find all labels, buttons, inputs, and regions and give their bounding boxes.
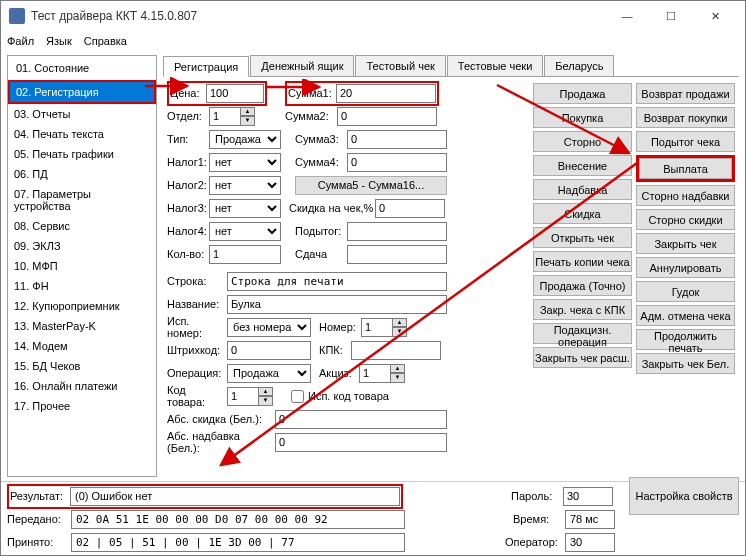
time-value: 78 мс	[565, 510, 615, 529]
btn-surcharge[interactable]: Надбавка	[533, 179, 632, 200]
settings-button[interactable]: Настройка свойств	[629, 477, 739, 515]
pass-input[interactable]	[563, 487, 613, 506]
btn-admin-cancel[interactable]: Адм. отмена чека	[636, 305, 735, 326]
tax1-select[interactable]: нет	[209, 153, 281, 172]
menu-help[interactable]: Справка	[84, 35, 127, 47]
tax4-select[interactable]: нет	[209, 222, 281, 241]
kpk-input[interactable]	[351, 341, 441, 360]
sidebar-item-state[interactable]: 01. Состояние	[10, 58, 154, 78]
sum5-16-button[interactable]: Сумма5 - Сумма16...	[295, 176, 447, 195]
sum3-label: Сумма3:	[295, 133, 347, 145]
btn-buy-return[interactable]: Возврат покупки	[636, 107, 735, 128]
tab-test-receipt[interactable]: Тестовый чек	[355, 55, 445, 76]
sidebar-item-device-params[interactable]: 07. Параметры устройства	[8, 184, 156, 216]
execnum-select[interactable]: без номера	[227, 318, 311, 337]
btn-continue-print[interactable]: Продолжить печать	[636, 329, 735, 350]
pass-label: Пароль:	[511, 490, 559, 502]
tab-test-receipts[interactable]: Тестовые чеки	[447, 55, 543, 76]
sent-label: Передано:	[7, 513, 67, 525]
menu-file[interactable]: Файл	[7, 35, 34, 47]
num-stepper[interactable]: ▲▼	[361, 318, 407, 337]
sum4-input[interactable]	[347, 153, 447, 172]
name-input[interactable]	[227, 295, 447, 314]
btn-cancel[interactable]: Аннулировать	[636, 257, 735, 278]
sum4-label: Сумма4:	[295, 156, 347, 168]
tax3-label: Налог3:	[167, 202, 209, 214]
sidebar-item-print-text[interactable]: 04. Печать текста	[8, 124, 156, 144]
btn-storno-discount[interactable]: Сторно скидки	[636, 209, 735, 230]
sidebar-item-bill-acceptor[interactable]: 12. Купюроприемник	[8, 296, 156, 316]
close-button[interactable]: ✕	[693, 1, 737, 31]
sidebar-item-pd[interactable]: 06. ПД	[8, 164, 156, 184]
maximize-button[interactable]: ☐	[649, 1, 693, 31]
price-input[interactable]	[206, 84, 264, 103]
sidebar-item-masterpay[interactable]: 13. MasterPay-K	[8, 316, 156, 336]
btn-deposit[interactable]: Внесение	[533, 155, 632, 176]
dept-stepper[interactable]: ▲▼	[209, 107, 255, 126]
sidebar-item-other[interactable]: 17. Прочее	[8, 396, 156, 416]
change-input[interactable]	[347, 245, 447, 264]
btn-sale-return[interactable]: Возврат продажи	[636, 83, 735, 104]
sidebar: 01. Состояние 02. Регистрация 03. Отчеты…	[7, 55, 157, 477]
qty-input[interactable]	[209, 245, 281, 264]
line-input[interactable]	[227, 272, 447, 291]
sum2-label: Сумма2:	[285, 110, 337, 122]
recv-label: Принято:	[7, 536, 67, 548]
btn-storno-surcharge[interactable]: Сторно надбавки	[636, 185, 735, 206]
btn-close-bel[interactable]: Закрыть чек Бел.	[636, 353, 735, 374]
btn-storno[interactable]: Сторно	[533, 131, 632, 152]
sidebar-item-print-graphics[interactable]: 05. Печать графики	[8, 144, 156, 164]
btn-buy[interactable]: Покупка	[533, 107, 632, 128]
tax2-select[interactable]: нет	[209, 176, 281, 195]
menu-lang[interactable]: Язык	[46, 35, 72, 47]
sidebar-item-eklz[interactable]: 09. ЭКЛЗ	[8, 236, 156, 256]
btn-discount[interactable]: Скидка	[533, 203, 632, 224]
use-gcode-label: Исп. код товара	[308, 390, 389, 402]
btn-beep[interactable]: Гудок	[636, 281, 735, 302]
btn-close-kpk[interactable]: Закр. чека с КПК	[533, 299, 632, 320]
tax3-select[interactable]: нет	[209, 199, 281, 218]
btn-print-copy[interactable]: Печать копии чека	[533, 251, 632, 272]
abscharge-label: Абс. надбавка (Бел.):	[167, 430, 275, 454]
btn-sale[interactable]: Продажа	[533, 83, 632, 104]
btn-subtotal[interactable]: Подытог чека	[636, 131, 735, 152]
btn-excise-op[interactable]: Подакцизн. операция	[533, 323, 632, 344]
btn-payout[interactable]: Выплата	[639, 158, 732, 179]
gcode-stepper[interactable]: ▲▼	[227, 387, 273, 406]
tab-cash-drawer[interactable]: Денежный ящик	[250, 55, 354, 76]
btn-close-ext[interactable]: Закрыть чек расш.	[533, 347, 632, 368]
absdisc-input[interactable]	[275, 410, 447, 429]
sum1-input[interactable]	[336, 84, 436, 103]
oper-select[interactable]: Продажа	[227, 364, 311, 383]
minimize-button[interactable]: —	[605, 1, 649, 31]
qty-label: Кол-во:	[167, 248, 209, 260]
sidebar-item-receipt-db[interactable]: 15. БД Чеков	[8, 356, 156, 376]
main-area: Регистрация Денежный ящик Тестовый чек Т…	[157, 51, 745, 481]
line-label: Строка:	[167, 275, 227, 287]
tab-belarus[interactable]: Беларусь	[544, 55, 614, 76]
sidebar-item-fn[interactable]: 11. ФН	[8, 276, 156, 296]
abscharge-input[interactable]	[275, 433, 447, 452]
sidebar-item-modem[interactable]: 14. Модем	[8, 336, 156, 356]
sidebar-item-online-payments[interactable]: 16. Онлайн платежи	[8, 376, 156, 396]
barcode-label: Штрихкод:	[167, 344, 227, 356]
btn-sale-exact[interactable]: Продажа (Точно)	[533, 275, 632, 296]
sum3-input[interactable]	[347, 130, 447, 149]
btn-open-receipt[interactable]: Открыть чек	[533, 227, 632, 248]
sum2-input[interactable]	[337, 107, 437, 126]
discount-input[interactable]	[375, 199, 445, 218]
sidebar-item-registration[interactable]: 02. Регистрация	[10, 82, 154, 102]
subtotal-label: Подытог:	[295, 225, 347, 237]
sidebar-item-service[interactable]: 08. Сервис	[8, 216, 156, 236]
btn-close-receipt[interactable]: Закрыть чек	[636, 233, 735, 254]
sidebar-item-mfp[interactable]: 10. МФП	[8, 256, 156, 276]
subtotal-input[interactable]	[347, 222, 447, 241]
use-gcode-checkbox[interactable]	[291, 390, 304, 403]
sidebar-item-reports[interactable]: 03. Отчеты	[8, 104, 156, 124]
type-select[interactable]: Продажа	[209, 130, 281, 149]
barcode-input[interactable]	[227, 341, 311, 360]
excise-stepper[interactable]: ▲▼	[359, 364, 405, 383]
type-label: Тип:	[167, 133, 209, 145]
tab-registration[interactable]: Регистрация	[163, 56, 249, 77]
action-buttons: Продажа Покупка Сторно Внесение Надбавка…	[525, 83, 735, 455]
